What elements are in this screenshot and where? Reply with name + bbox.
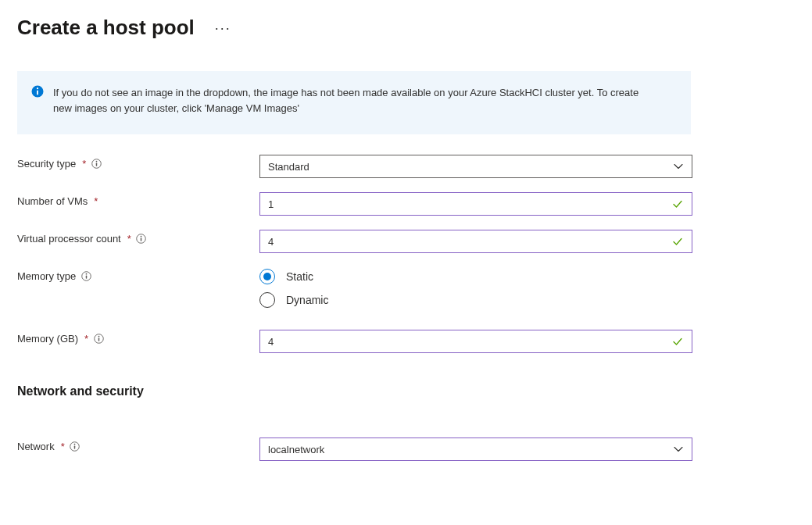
required-asterisk: *	[82, 158, 86, 170]
vcpu-count-input[interactable]: 4	[259, 230, 692, 253]
info-icon[interactable]	[136, 234, 147, 245]
security-type-value: Standard	[268, 161, 309, 173]
info-icon[interactable]	[93, 334, 104, 345]
svg-rect-4	[95, 163, 96, 166]
required-asterisk: *	[61, 441, 65, 452]
memory-type-label: Memory type	[17, 270, 76, 282]
svg-rect-16	[74, 446, 75, 449]
svg-point-11	[85, 273, 87, 275]
required-asterisk: *	[127, 233, 131, 245]
svg-rect-10	[85, 276, 86, 279]
chevron-down-icon	[673, 444, 684, 455]
info-banner-text: If you do not see an image in the dropdo…	[53, 85, 647, 116]
svg-rect-13	[98, 338, 98, 341]
vcpu-count-label: Virtual processor count	[17, 233, 121, 245]
info-icon[interactable]	[70, 441, 80, 452]
memory-gb-label: Memory (GB)	[17, 333, 78, 345]
svg-point-2	[37, 88, 38, 89]
network-label: Network	[17, 441, 55, 452]
svg-rect-1	[37, 91, 38, 95]
network-select[interactable]: localnetwork	[259, 438, 692, 461]
info-icon[interactable]	[80, 271, 91, 282]
memory-type-static-radio[interactable]: Static	[259, 269, 692, 284]
required-asterisk: *	[94, 195, 98, 207]
security-type-label: Security type	[17, 158, 76, 170]
radio-icon	[259, 292, 275, 308]
check-icon	[671, 235, 684, 248]
svg-rect-7	[141, 238, 141, 241]
more-actions-button[interactable]: ···	[210, 18, 236, 38]
svg-point-5	[95, 161, 97, 162]
memory-type-dynamic-radio[interactable]: Dynamic	[259, 292, 692, 308]
network-value: localnetwork	[268, 444, 324, 455]
check-icon	[671, 198, 684, 210]
memory-gb-input[interactable]: 4	[259, 330, 692, 353]
chevron-down-icon	[673, 161, 684, 172]
required-asterisk: *	[84, 333, 88, 345]
number-of-vms-input[interactable]: 1	[259, 192, 692, 216]
svg-point-8	[141, 236, 142, 238]
number-of-vms-label: Number of VMs	[17, 195, 88, 207]
memory-gb-value: 4	[268, 336, 671, 348]
info-banner: If you do not see an image in the dropdo…	[17, 71, 691, 134]
svg-point-14	[98, 336, 99, 338]
info-icon	[31, 85, 44, 98]
svg-point-17	[74, 444, 76, 445]
vcpu-count-value: 4	[268, 236, 671, 248]
radio-icon	[259, 269, 275, 284]
info-icon[interactable]	[91, 159, 102, 170]
memory-type-dynamic-label: Dynamic	[286, 294, 328, 306]
page-title: Create a host pool	[17, 16, 195, 40]
check-icon	[671, 335, 684, 348]
security-type-select[interactable]: Standard	[259, 155, 692, 178]
memory-type-static-label: Static	[286, 270, 313, 283]
number-of-vms-value: 1	[268, 198, 671, 210]
memory-type-radio-group: Static Dynamic	[259, 267, 692, 308]
network-security-heading: Network and security	[17, 384, 795, 398]
